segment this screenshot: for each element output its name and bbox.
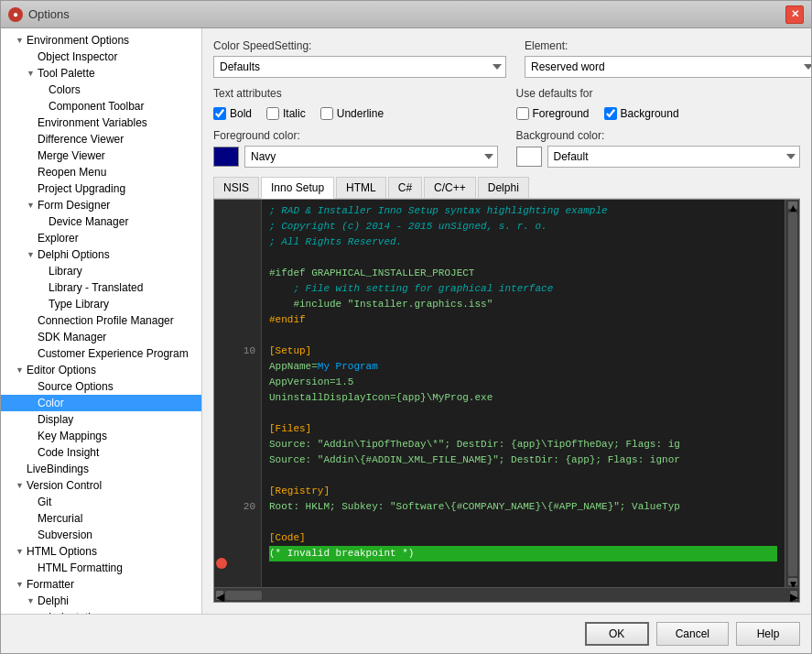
tree-item-livebindings[interactable]: LiveBindings [1,461,201,477]
tab-inno-setup[interactable]: Inno Setup [261,177,334,199]
tree-label: Mercurial [38,512,82,525]
bg-color-select[interactable]: Default White [547,146,801,168]
code-line: ; RAD & Installer Inno Setup syntax high… [269,203,777,219]
tree-item-diff-viewer[interactable]: Difference Viewer [1,131,201,147]
tree-item-html-formatting[interactable]: HTML Formatting [1,560,201,576]
tab-cpp[interactable]: C/C++ [424,177,476,198]
color-row: Foreground color: Navy Black White Backg… [213,129,800,168]
tree-item-key-mappings[interactable]: Key Mappings [1,428,201,444]
tree-label: Connection Profile Manager [38,314,174,327]
tree-item-env-vars[interactable]: Environment Variables [1,114,201,131]
tree-item-formatter[interactable]: ▼ Formatter [1,576,201,593]
code-line: Source: "Addin\TipOfTheDay\*"; DestDir: … [269,437,777,452]
code-line [269,468,777,484]
tree-label: Device Manager [49,215,128,228]
tab-delphi[interactable]: Delphi [478,177,529,198]
scroll-up-arrow[interactable]: ▲ [788,202,797,209]
tree-item-editor-options[interactable]: ▼ Editor Options [1,362,201,378]
line-num [234,437,255,452]
tree-content: ▼ Environment Options Object Inspector ▼… [1,32,201,614]
tree-item-library[interactable]: Library [1,263,201,279]
bg-color-swatch[interactable] [516,147,542,167]
tree-item-code-insight[interactable]: Code Insight [1,444,201,461]
tree-label: Version Control [27,479,102,492]
code-content[interactable]: ; RAD & Installer Inno Setup syntax high… [262,200,785,587]
underline-label: Underline [337,107,384,120]
code-line-breakpoint: (* Invalid breakpoint *) [269,546,777,561]
bold-checkbox[interactable] [213,107,226,120]
color-speed-select[interactable]: Defaults [213,56,506,78]
tree-item-reopen-menu[interactable]: Reopen Menu [1,164,201,180]
foreground-default-label[interactable]: Foreground [516,107,590,120]
bold-label: Bold [230,107,252,120]
tree-item-component-toolbar[interactable]: Component Toolbar [1,98,201,114]
color-speed-setting-group: Color SpeedSetting: Defaults [213,39,506,78]
line-num: 10 [234,343,255,359]
element-select[interactable]: Reserved word [525,56,811,78]
code-line: ; All Rights Reserved. [269,234,777,250]
tree-label: Customer Experience Program [38,347,189,360]
scroll-right-arrow[interactable]: ▶ [790,591,797,600]
scroll-left-arrow[interactable]: ◀ [216,591,223,600]
line-num [234,530,255,546]
bold-checkbox-label[interactable]: Bold [213,107,252,120]
help-button[interactable]: Help [736,622,800,646]
code-line: [Setup] [269,343,777,359]
line-num [234,219,255,234]
tree-item-project-upgrading[interactable]: Project Upgrading [1,180,201,197]
tree-item-env-options[interactable]: ▼ Environment Options [1,32,201,49]
background-default-label[interactable]: Background [604,107,679,120]
fg-color-select[interactable]: Navy Black White [244,146,498,168]
scroll-down-arrow[interactable]: ▼ [788,578,797,585]
tree-item-html-options[interactable]: ▼ HTML Options [1,543,201,560]
tree-item-delphi-formatter[interactable]: ▼ Delphi [1,593,201,609]
tree-item-customer-exp[interactable]: Customer Experience Program [1,345,201,362]
tree-item-library-translated[interactable]: Library - Translated [1,279,201,296]
tree-item-git[interactable]: Git [1,494,201,510]
expand-icon: ▼ [16,481,25,490]
tree-item-connection-profile-mgr[interactable]: Connection Profile Manager [1,312,201,329]
underline-checkbox-label[interactable]: Underline [320,107,384,120]
tab-nsis[interactable]: NSIS [213,177,259,198]
tree-label: Tool Palette [38,67,95,80]
foreground-default-text: Foreground [533,107,590,120]
line-num [234,297,255,312]
underline-checkbox[interactable] [320,107,333,120]
gutter [214,200,229,587]
italic-checkbox-label[interactable]: Italic [266,107,306,120]
tree-item-delphi-options[interactable]: ▼ Delphi Options [1,246,201,263]
tree-item-device-manager[interactable]: Device Manager [1,213,201,230]
tree-item-explorer[interactable]: Explorer [1,230,201,246]
h-scroll-thumb[interactable] [225,591,262,600]
tree-label: Merge Viewer [38,149,105,162]
tab-csharp[interactable]: C# [388,177,422,198]
tree-item-sdk-manager[interactable]: SDK Manager [1,329,201,345]
tree-item-tool-palette[interactable]: ▼ Tool Palette [1,65,201,82]
tree-item-version-control[interactable]: ▼ Version Control [1,477,201,494]
code-line: Root: HKLM; Subkey: "Software\{#COMPANY_… [269,499,777,515]
fg-color-wrapper: Navy Black White [213,146,498,168]
tree-item-merge-viewer[interactable]: Merge Viewer [1,147,201,164]
tree-item-source-options[interactable]: Source Options [1,378,201,395]
tree-item-colors[interactable]: Colors [1,82,201,98]
background-default-text: Background [621,107,679,120]
italic-checkbox[interactable] [266,107,279,120]
v-scrollbar[interactable]: ▲ ▼ [785,200,799,587]
tree-item-mercurial[interactable]: Mercurial [1,510,201,527]
tree-item-form-designer[interactable]: ▼ Form Designer [1,197,201,213]
h-scrollbar[interactable]: ◀ ▶ [214,587,799,602]
cancel-button[interactable]: Cancel [656,622,729,646]
scroll-thumb[interactable] [788,213,797,576]
fg-color-swatch[interactable] [213,147,239,167]
tree-item-object-inspector[interactable]: Object Inspector [1,49,201,65]
syntax-tabs: NSIS Inno Setup HTML C# C/C++ Delphi [213,177,800,199]
tree-item-subversion[interactable]: Subversion [1,527,201,543]
tree-item-display[interactable]: Display [1,411,201,428]
background-default-checkbox[interactable] [604,107,617,120]
tree-item-color[interactable]: Color [1,395,201,411]
foreground-default-checkbox[interactable] [516,107,529,120]
tree-item-type-library[interactable]: Type Library [1,296,201,312]
ok-button[interactable]: OK [585,622,649,646]
tab-html[interactable]: HTML [336,177,386,198]
close-button[interactable]: ✕ [785,5,804,24]
